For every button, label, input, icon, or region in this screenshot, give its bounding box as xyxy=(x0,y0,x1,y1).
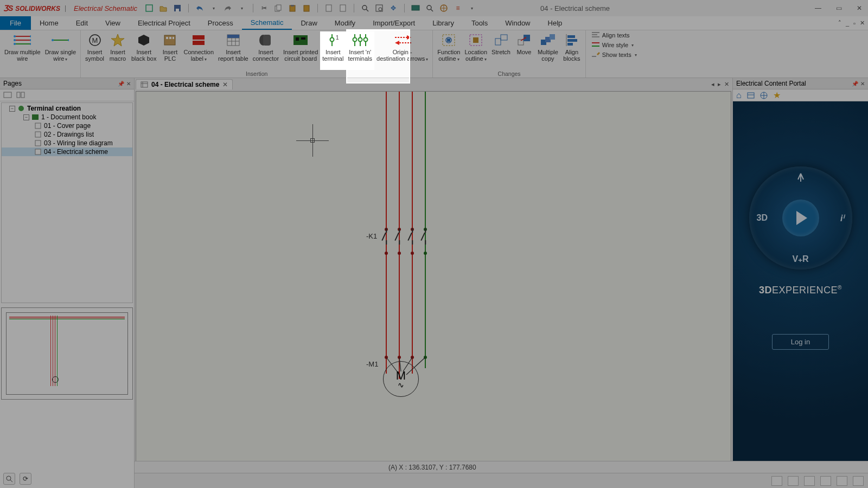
tree-item-scheme[interactable]: 04 - Electrical scheme xyxy=(2,147,132,156)
insert-terminal-button[interactable]: 1 Insert terminal xyxy=(320,31,346,70)
schematic-canvas[interactable]: -K1 -M1 M ∿ xyxy=(136,91,731,487)
tree-root[interactable]: −Terminal creation xyxy=(2,104,132,113)
insert-pcb-button[interactable]: Insert printed circuit board xyxy=(281,31,320,70)
insert-macro-button[interactable]: Insert macro xyxy=(106,31,129,70)
tree-item-drawings[interactable]: 02 - Drawings list xyxy=(2,130,132,139)
portal-star-icon[interactable]: ★ xyxy=(773,90,781,100)
qat-new-icon[interactable] xyxy=(145,4,154,12)
window-maximize-icon[interactable]: ▭ xyxy=(833,4,844,12)
qat-redo-dd-icon[interactable]: ▾ xyxy=(238,4,246,12)
portal-login-button[interactable]: Log in xyxy=(772,334,829,350)
qat-globe-icon[interactable] xyxy=(439,4,448,12)
tab-view[interactable]: View xyxy=(97,16,129,30)
qat-zoomfit-icon[interactable] xyxy=(361,4,369,12)
tab-tools[interactable]: Tools xyxy=(463,16,496,30)
tab-help[interactable]: Help xyxy=(539,16,571,30)
window-minimize-icon[interactable]: — xyxy=(813,4,824,12)
multiple-copy-button[interactable]: Multiple copy xyxy=(535,31,560,70)
view-page-icon[interactable] xyxy=(788,476,799,486)
portal-globe-icon[interactable] xyxy=(760,92,768,99)
portal-list-icon[interactable] xyxy=(747,92,755,99)
tab-file[interactable]: File xyxy=(0,16,31,30)
mdi-restore-icon[interactable]: ▫ xyxy=(853,20,856,27)
tab-home[interactable]: Home xyxy=(31,16,67,30)
tree-book[interactable]: −1 - Document book xyxy=(2,113,132,121)
location-outline-button[interactable]: Location outline▾ xyxy=(463,31,490,70)
qat-undo-icon[interactable] xyxy=(195,4,204,12)
mdi-close-icon[interactable]: ✕ xyxy=(860,20,865,27)
doc-tab-scheme[interactable]: 04 - Electrical scheme ✕ xyxy=(136,79,233,89)
tab-import-export[interactable]: Import/Export xyxy=(364,16,424,30)
pages-zoomfit-button[interactable] xyxy=(3,473,15,485)
connection-label-button[interactable]: Connection label▾ xyxy=(181,31,216,70)
qat-undo-dd-icon[interactable]: ▾ xyxy=(209,4,218,12)
tab-edit[interactable]: Edit xyxy=(67,16,97,30)
tree-item-wiring[interactable]: 03 - Wiring line diagram xyxy=(2,139,132,147)
qat-redo-icon[interactable] xyxy=(224,4,232,12)
qat-paste2-icon[interactable] xyxy=(302,4,311,12)
move-button[interactable]: Move xyxy=(513,31,535,70)
qat-paste-icon[interactable] xyxy=(288,4,297,12)
qat-doc2-icon[interactable] xyxy=(339,4,347,12)
qat-search-icon[interactable] xyxy=(425,4,434,12)
tab-library[interactable]: Library xyxy=(424,16,463,30)
tab-draw[interactable]: Draw xyxy=(292,16,326,30)
tree-item-cover[interactable]: 01 - Cover page xyxy=(2,121,132,130)
qat-list-icon[interactable]: ≡ xyxy=(454,4,462,12)
tab-window[interactable]: Window xyxy=(496,16,539,30)
draw-single-wire-button[interactable]: Draw single wire▾ xyxy=(43,31,78,70)
qat-open-icon[interactable] xyxy=(159,4,168,12)
insert-plc-button[interactable]: Insert PLC xyxy=(158,31,181,70)
doc-nav-prev-icon[interactable]: ◂ xyxy=(711,81,714,88)
insert-connector-button[interactable]: Insert connector xyxy=(251,31,281,70)
doc-tab-close-icon[interactable]: ✕ xyxy=(222,81,228,88)
compass-north-icon[interactable] xyxy=(795,172,807,184)
align-blocks-button[interactable]: Align blocks xyxy=(560,31,583,70)
qat-list-dd-icon[interactable]: ▾ xyxy=(468,4,476,12)
qat-screen-icon[interactable] xyxy=(411,4,420,12)
qat-save-icon[interactable] xyxy=(173,4,182,12)
pages-view1-icon[interactable] xyxy=(3,92,12,99)
pages-refresh-button[interactable]: ⟳ xyxy=(20,473,31,485)
ribbon-collapse-icon[interactable]: ˄ xyxy=(838,20,841,27)
view-grid-icon[interactable] xyxy=(771,476,782,486)
pages-view2-icon[interactable] xyxy=(16,92,25,99)
wire-style-button[interactable]: Wire style▾ xyxy=(591,41,637,49)
compass-south-label[interactable]: V₊R xyxy=(792,254,808,264)
draw-multiple-wire-button[interactable]: Draw multiple wire xyxy=(2,31,43,70)
view-tree-icon[interactable] xyxy=(837,476,847,486)
compass-west-label[interactable]: 3D xyxy=(757,213,768,223)
stretch-button[interactable]: Stretch xyxy=(489,31,513,70)
view-list-icon[interactable] xyxy=(820,476,831,486)
view-user-icon[interactable] xyxy=(853,476,864,486)
tab-schematic[interactable]: Schematic xyxy=(242,16,292,30)
compass-east-label[interactable]: iⁱ xyxy=(840,213,844,223)
portal-play-button[interactable] xyxy=(782,200,819,236)
mdi-minimize-icon[interactable]: _ xyxy=(846,20,849,27)
insert-report-table-button[interactable]: Insert report table xyxy=(216,31,251,70)
insert-n-terminals-button[interactable]: Insert 'n' terminals xyxy=(346,31,374,70)
pages-pin-icon[interactable]: 📌 xyxy=(118,81,124,87)
tab-electrical-project[interactable]: Electrical Project xyxy=(129,16,199,30)
align-texts-button[interactable]: Align texts xyxy=(591,31,637,39)
qat-cut-icon[interactable]: ✂ xyxy=(260,4,269,12)
qat-pan-icon[interactable]: ✥ xyxy=(389,4,398,12)
doc-nav-next-icon[interactable]: ▸ xyxy=(718,81,721,88)
tab-process[interactable]: Process xyxy=(199,16,242,30)
tab-modify[interactable]: Modify xyxy=(326,16,364,30)
portal-pin-icon[interactable]: 📌 xyxy=(852,81,858,87)
window-close-icon[interactable]: ✕ xyxy=(854,4,865,12)
qat-copy-icon[interactable] xyxy=(274,4,283,12)
qat-zoomwin-icon[interactable] xyxy=(375,4,384,12)
pages-close-icon[interactable]: ✕ xyxy=(126,81,131,87)
page-thumbnail[interactable] xyxy=(1,307,133,400)
show-texts-button[interactable]: Show texts▾ xyxy=(591,51,637,59)
portal-home-icon[interactable]: ⌂ xyxy=(736,91,742,100)
qat-doc1-icon[interactable] xyxy=(324,4,333,12)
doc-nav-close-icon[interactable]: ✕ xyxy=(724,81,729,88)
function-outline-button[interactable]: Function outline▾ xyxy=(435,31,462,70)
insert-black-box-button[interactable]: Insert black box xyxy=(129,31,158,70)
portal-close-icon[interactable]: ✕ xyxy=(860,81,865,87)
insert-symbol-button[interactable]: M Insert symbol xyxy=(83,31,106,70)
view-cursor-icon[interactable] xyxy=(804,476,815,486)
